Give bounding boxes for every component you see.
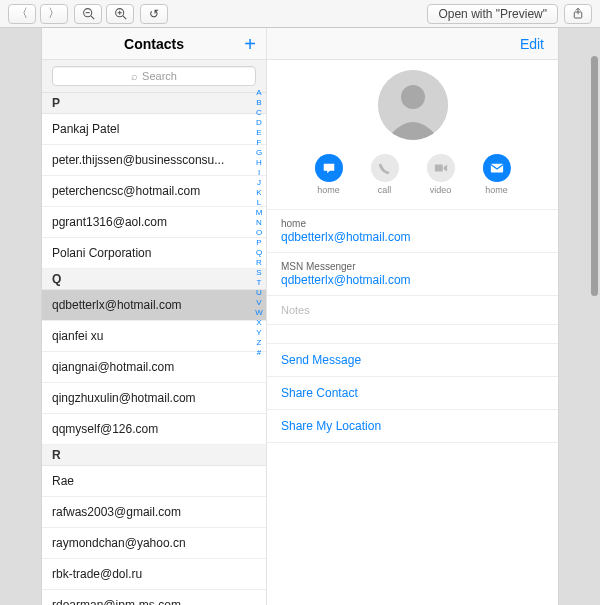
alpha-index-letter[interactable]: Y [254, 328, 264, 338]
info-field: homeqdbetterlx@hotmail.com [267, 210, 558, 253]
profile-section: homecallvideohome [267, 60, 558, 210]
list-item[interactable]: pgrant1316@aol.com [42, 207, 266, 238]
rotate-button[interactable]: ↺ [140, 4, 168, 24]
alpha-index-letter[interactable]: T [254, 278, 264, 288]
toolbar: 〈 〉 ↺ Open with "Preview" [0, 0, 600, 28]
action-label: call [378, 185, 392, 195]
svg-rect-12 [490, 164, 502, 173]
action-video: video [427, 154, 455, 195]
alpha-index-letter[interactable]: F [254, 138, 264, 148]
open-with-button[interactable]: Open with "Preview" [427, 4, 558, 24]
alpha-index-letter[interactable]: P [254, 238, 264, 248]
detail-panel: Edit homecallvideohome homeqdbetterlx@ho… [267, 28, 558, 605]
alpha-index-letter[interactable]: Q [254, 248, 264, 258]
forward-button[interactable]: 〉 [40, 4, 68, 24]
list-item[interactable]: Polani Corporation [42, 238, 266, 269]
contact-list[interactable]: PPankaj Patelpeter.thijssen@businesscons… [42, 93, 266, 605]
alpha-index-letter[interactable]: Z [254, 338, 264, 348]
scrollbar[interactable] [591, 56, 598, 595]
list-item[interactable]: rafwas2003@gmail.com [42, 497, 266, 528]
detail-header: Edit [267, 28, 558, 60]
alpha-index-letter[interactable]: L [254, 198, 264, 208]
list-item[interactable]: rdearman@jpm-ms.com [42, 590, 266, 605]
info-field: MSN Messengerqdbetterlx@hotmail.com [267, 253, 558, 296]
video-icon [427, 154, 455, 182]
svg-line-1 [90, 16, 93, 19]
alpha-index-letter[interactable]: W [254, 308, 264, 318]
action-label: home [485, 185, 508, 195]
search-placeholder: Search [142, 70, 177, 82]
list-item[interactable]: qianfei xu [42, 321, 266, 352]
action-label: video [430, 185, 452, 195]
alpha-index-letter[interactable]: I [254, 168, 264, 178]
avatar [378, 70, 448, 140]
notes-field[interactable]: Notes [267, 296, 558, 325]
list-item[interactable]: qiangnai@hotmail.com [42, 352, 266, 383]
list-item[interactable]: qingzhuxulin@hotmail.com [42, 383, 266, 414]
action-call: call [371, 154, 399, 195]
alpha-index-letter[interactable]: X [254, 318, 264, 328]
info-label: home [281, 218, 544, 229]
alpha-index-letter[interactable]: M [254, 208, 264, 218]
share-button[interactable] [564, 4, 592, 24]
info-value[interactable]: qdbetterlx@hotmail.com [281, 230, 544, 244]
alpha-index-letter[interactable]: U [254, 288, 264, 298]
action-home2[interactable]: home [483, 154, 511, 195]
section-header: Q [42, 269, 266, 290]
alpha-index-letter[interactable]: C [254, 108, 264, 118]
info-label: MSN Messenger [281, 261, 544, 272]
action-link[interactable]: Send Message [267, 343, 558, 377]
alpha-index-letter[interactable]: J [254, 178, 264, 188]
alpha-index-letter[interactable]: O [254, 228, 264, 238]
action-link[interactable]: Share Contact [267, 377, 558, 410]
alpha-index-letter[interactable]: R [254, 258, 264, 268]
list-item[interactable]: qqmyself@126.com [42, 414, 266, 445]
list-item[interactable]: rbk-trade@dol.ru [42, 559, 266, 590]
zoom-group [74, 4, 134, 24]
alpha-index[interactable]: ABCDEFGHIJKLMNOPQRSTUVWXYZ# [254, 88, 264, 358]
alpha-index-letter[interactable]: A [254, 88, 264, 98]
list-item[interactable]: Rae [42, 466, 266, 497]
alpha-index-letter[interactable]: B [254, 98, 264, 108]
contacts-panel: Contacts + ⌕ Search PPankaj Patelpeter.t… [42, 28, 267, 605]
contacts-title: Contacts [124, 36, 184, 52]
info-value[interactable]: qdbetterlx@hotmail.com [281, 273, 544, 287]
list-item[interactable]: Pankaj Patel [42, 114, 266, 145]
list-item[interactable]: raymondchan@yahoo.cn [42, 528, 266, 559]
back-button[interactable]: 〈 [8, 4, 36, 24]
app-frame: Contacts + ⌕ Search PPankaj Patelpeter.t… [42, 28, 558, 605]
alpha-index-letter[interactable]: H [254, 158, 264, 168]
edit-button[interactable]: Edit [520, 36, 544, 52]
add-contact-button[interactable]: + [244, 34, 256, 54]
scrollbar-thumb[interactable] [591, 56, 598, 296]
alpha-index-letter[interactable]: D [254, 118, 264, 128]
mail-icon [483, 154, 511, 182]
alpha-index-letter[interactable]: V [254, 298, 264, 308]
list-item[interactable]: peterchencsc@hotmail.com [42, 176, 266, 207]
zoom-out-button[interactable] [74, 4, 102, 24]
list-item[interactable]: peter.thijssen@businessconsu... [42, 145, 266, 176]
alpha-index-letter[interactable]: S [254, 268, 264, 278]
search-icon: ⌕ [131, 70, 138, 82]
search-input[interactable]: ⌕ Search [52, 66, 256, 86]
search-row: ⌕ Search [42, 60, 266, 93]
alpha-index-letter[interactable]: G [254, 148, 264, 158]
action-home[interactable]: home [315, 154, 343, 195]
svg-point-10 [401, 85, 425, 109]
section-header: R [42, 445, 266, 466]
action-row: homecallvideohome [315, 154, 511, 195]
action-link[interactable]: Share My Location [267, 410, 558, 443]
phone-icon [371, 154, 399, 182]
zoom-in-button[interactable] [106, 4, 134, 24]
alpha-index-letter[interactable]: E [254, 128, 264, 138]
list-item[interactable]: qdbetterlx@hotmail.com [42, 290, 266, 321]
alpha-index-letter[interactable]: N [254, 218, 264, 228]
section-header: P [42, 93, 266, 114]
message-icon [315, 154, 343, 182]
svg-line-4 [122, 16, 125, 19]
svg-rect-11 [434, 165, 442, 172]
alpha-index-letter[interactable]: # [254, 348, 264, 358]
contacts-header: Contacts + [42, 28, 266, 60]
nav-group: 〈 〉 [8, 4, 68, 24]
alpha-index-letter[interactable]: K [254, 188, 264, 198]
